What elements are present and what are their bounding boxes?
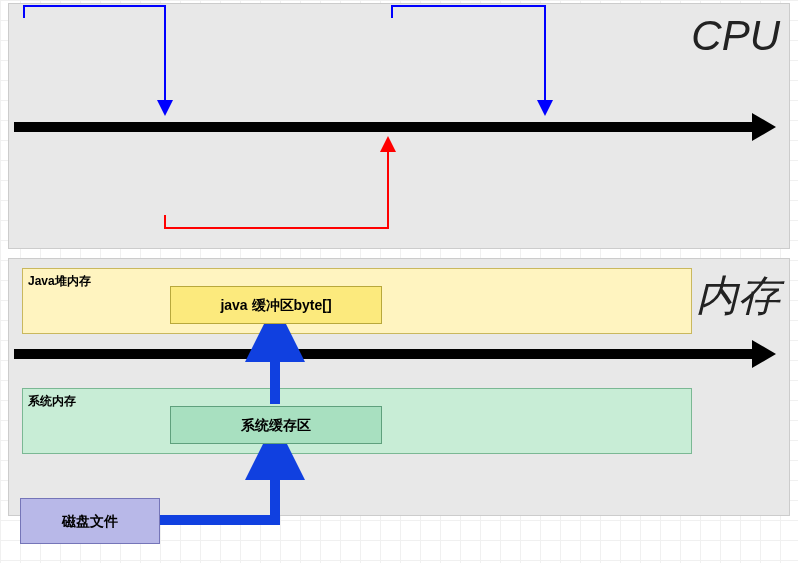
- disk-file-box: 磁盘文件: [20, 498, 160, 544]
- cpu-timeline-arrow: [14, 122, 754, 132]
- system-memory-label: 系统内存: [28, 393, 76, 410]
- memory-title: 内存: [696, 268, 780, 324]
- java-heap-label: Java堆内存: [28, 273, 91, 290]
- cpu-title: CPU: [691, 12, 780, 60]
- memory-timeline-arrow: [14, 349, 754, 359]
- java-buffer-box: java 缓冲区byte[]: [170, 286, 382, 324]
- system-cache-box: 系统缓存区: [170, 406, 382, 444]
